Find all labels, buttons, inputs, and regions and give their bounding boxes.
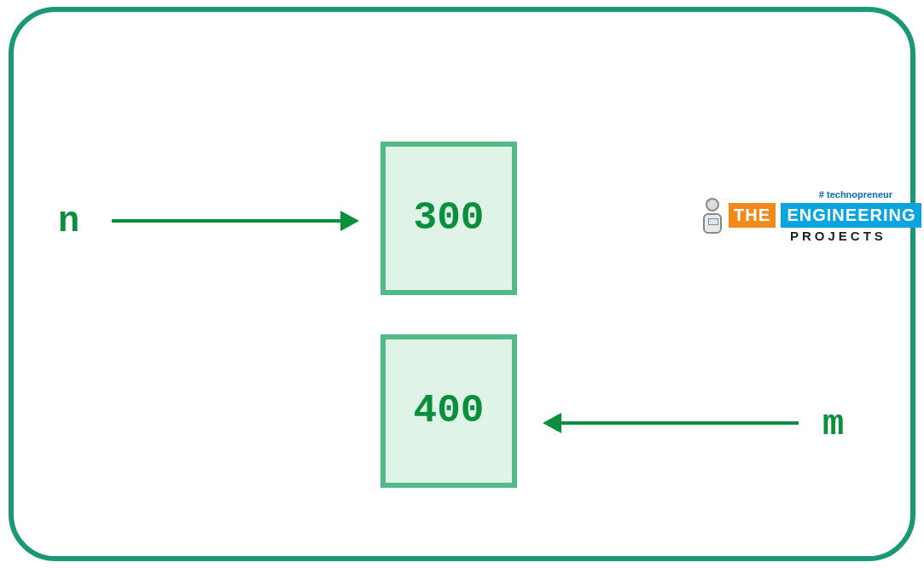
diagram-frame: n 300 400 m # technopreneur THE ENGINEER… [9,7,915,561]
variable-m-label: m [822,404,844,445]
site-logo: # technopreneur THE ENGINEERING PROJECTS [696,191,892,259]
arrow-m-head-icon [543,413,561,433]
value-box-n: 300 [381,142,517,295]
robot-icon [698,198,727,246]
logo-hashtag: # technopreneur [819,189,892,200]
value-n: 300 [414,196,485,241]
arrow-n-to-box [112,219,342,223]
logo-engineering: ENGINEERING [781,203,921,228]
arrow-n-head-icon [340,211,359,231]
logo-projects: PROJECTS [790,229,886,243]
variable-n-label: n [58,201,79,242]
logo-row1: THE ENGINEERING [729,203,921,228]
value-m: 400 [414,389,485,433]
arrow-m-to-box [560,421,799,425]
logo-the: THE [729,203,776,228]
value-box-m: 400 [381,334,517,488]
